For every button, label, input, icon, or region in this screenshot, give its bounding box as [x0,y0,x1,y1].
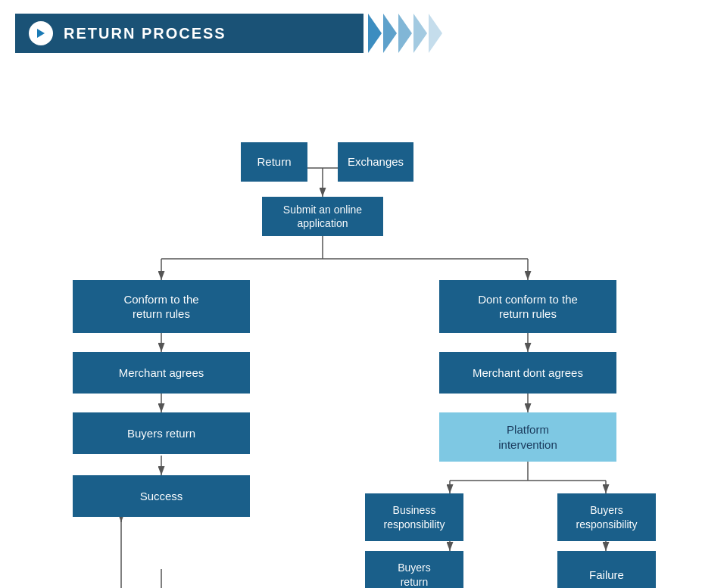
flowchart: Return Exchanges Submit an online applic… [0,61,727,588]
return-box: Return [241,142,307,182]
failure-box: Failure [557,551,656,588]
chevron-5 [429,14,442,53]
buyers-return-mid-box: Buyers return [365,551,463,588]
chevron-4 [413,14,427,53]
dont-conform-box: Dont conform to the return rules [439,280,616,333]
exchanges-box: Exchanges [338,142,413,182]
chevron-2 [383,14,397,53]
chevron-1 [368,14,382,53]
chevron-3 [398,14,412,53]
buyers-return-left-box: Buyers return [73,412,250,454]
platform-intervention-box: Platform intervention [439,412,616,462]
page-title: RETURN PROCESS [64,25,226,42]
success-box: Success [73,475,250,517]
merchant-agrees-box: Merchant agrees [73,352,250,394]
svg-marker-0 [37,29,45,38]
header: RETURN PROCESS [15,14,712,53]
buyers-responsibility-box: Buyers responsibility [557,493,656,541]
header-bar: RETURN PROCESS [15,14,364,53]
play-icon [29,21,53,45]
submit-box: Submit an online application [262,197,383,236]
merchant-dont-agrees-box: Merchant dont agrees [439,352,616,394]
conform-box: Conform to the return rules [73,280,250,333]
business-responsibility-box: Business responsibility [365,493,463,541]
chevron-decoration [367,14,442,53]
